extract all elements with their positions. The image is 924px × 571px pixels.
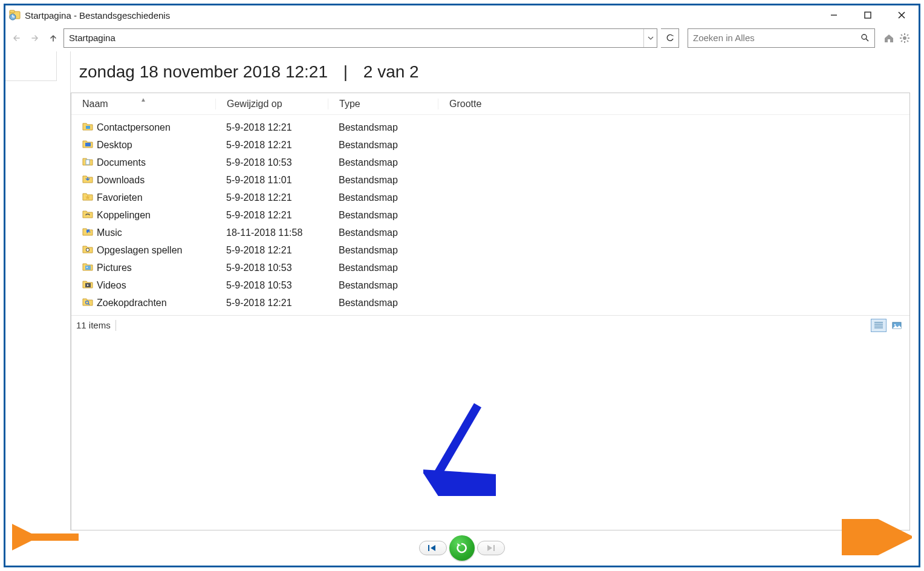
file-name: Opgeslagen spellen [97,245,182,256]
table-row[interactable]: Desktop5-9-2018 12:21Bestandsmap [71,136,909,154]
file-rows: Contactpersonen5-9-2018 12:21Bestandsmap… [71,115,909,315]
file-modified: 5-9-2018 10:53 [215,157,328,168]
snapshot-datetime: zondag 18 november 2018 12:21 [79,62,328,81]
svg-line-17 [907,34,908,36]
folder-games-icon [82,244,93,256]
view-thumbnails-button[interactable] [889,319,905,332]
restore-button[interactable] [449,535,475,561]
folder-downloads-icon [82,174,93,186]
file-name: Documents [97,157,146,168]
search-bar [688,28,875,48]
file-type: Bestandsmap [328,298,438,308]
toolbar-right-icons [882,31,911,45]
table-row[interactable]: Koppelingen5-9-2018 12:21Bestandsmap [71,206,909,224]
file-modified: 5-9-2018 10:53 [215,280,328,291]
item-count: 11 items [76,320,111,330]
close-button[interactable] [885,5,919,25]
svg-rect-19 [85,143,91,146]
file-name: Music [97,227,122,238]
file-type: Bestandsmap [328,210,438,221]
folder-desktop-icon [82,139,93,151]
file-name: Contactpersonen [97,122,171,133]
file-name: Zoekopdrachten [97,298,167,308]
nav-up-button[interactable] [47,31,60,45]
column-header-name[interactable]: Naam ▲ [71,99,215,109]
file-name: Favorieten [97,192,143,203]
refresh-button[interactable] [661,28,679,48]
svg-point-7 [862,34,867,39]
folder-music-icon [82,227,93,239]
navigation-bar [5,25,919,51]
file-type: Bestandsmap [328,263,438,273]
home-icon[interactable] [882,31,896,45]
table-row[interactable]: Opgeslagen spellen5-9-2018 12:21Bestands… [71,241,909,259]
svg-rect-24 [85,266,91,270]
file-type: Bestandsmap [328,157,438,168]
previous-version-pane[interactable] [5,51,71,530]
table-row[interactable]: Music18-11-2018 11:58Bestandsmap [71,224,909,241]
svg-point-9 [903,36,906,40]
file-type: Bestandsmap [328,175,438,186]
file-name: Desktop [97,140,132,151]
svg-line-15 [907,41,908,42]
file-modified: 18-11-2018 11:58 [215,227,328,238]
next-version-button[interactable] [477,541,505,555]
svg-line-6 [899,12,905,18]
svg-rect-36 [493,545,495,551]
header-separator: | [343,62,348,81]
svg-point-25 [86,267,88,268]
file-history-window: Startpagina - Bestandsgeschiedenis [4,4,920,567]
nav-forward-button[interactable] [28,31,43,45]
file-name: Downloads [97,175,145,186]
file-modified: 5-9-2018 10:53 [215,263,328,273]
file-name: Videos [97,280,126,291]
search-input[interactable] [688,29,856,47]
table-row[interactable]: Favorieten5-9-2018 12:21Bestandsmap [71,189,909,206]
file-modified: 5-9-2018 12:21 [215,245,328,256]
address-dropdown-button[interactable] [643,29,657,47]
folder-links-icon [82,209,93,221]
folder-pictures-icon [82,262,93,274]
svg-rect-35 [428,545,429,551]
view-details-button[interactable] [871,319,887,332]
svg-rect-20 [86,160,89,165]
folder-videos-icon [82,279,93,292]
file-type: Bestandsmap [328,245,438,256]
sort-indicator-icon: ▲ [140,96,146,103]
previous-version-button[interactable] [419,541,447,555]
minimize-button[interactable] [817,5,851,25]
table-row[interactable]: Documents5-9-2018 10:53Bestandsmap [71,154,909,171]
table-row[interactable]: Contactpersonen5-9-2018 12:21Bestandsmap [71,119,909,136]
file-type: Bestandsmap [328,227,438,238]
table-row[interactable]: Downloads5-9-2018 11:01Bestandsmap [71,171,909,189]
svg-line-16 [901,41,902,42]
svg-line-8 [866,39,868,41]
folder-searches-icon [82,297,93,309]
table-row[interactable]: Videos5-9-2018 10:53Bestandsmap [71,276,909,294]
table-row[interactable]: Pictures5-9-2018 10:53Bestandsmap [71,259,909,276]
svg-line-5 [899,12,905,18]
svg-rect-18 [86,126,90,129]
nav-back-button[interactable] [10,31,25,45]
main-area: zondag 18 november 2018 12:21 | 2 van 2 … [71,51,919,530]
svg-line-14 [901,34,902,36]
file-name: Pictures [97,263,132,273]
status-bar: 11 items [71,315,909,334]
svg-point-34 [894,324,896,325]
gear-icon[interactable] [898,31,911,45]
address-input[interactable] [64,29,643,47]
file-modified: 5-9-2018 12:21 [215,210,328,221]
column-header-size[interactable]: Grootte [438,99,510,109]
column-header-modified[interactable]: Gewijzigd op [215,99,328,109]
snapshot-page-of: 2 van 2 [363,62,419,81]
column-header-type[interactable]: Type [328,99,438,109]
snapshot-header: zondag 18 november 2018 12:21 | 2 van 2 [71,62,919,93]
status-divider [116,320,116,331]
table-row[interactable]: Zoekopdrachten5-9-2018 12:21Bestandsmap [71,294,909,312]
column-headers: Naam ▲ Gewijzigd op Type Grootte [71,93,909,115]
file-type: Bestandsmap [328,192,438,203]
maximize-button[interactable] [851,5,885,25]
file-modified: 5-9-2018 11:01 [215,175,328,186]
search-button[interactable] [856,29,874,47]
file-type: Bestandsmap [328,122,438,133]
